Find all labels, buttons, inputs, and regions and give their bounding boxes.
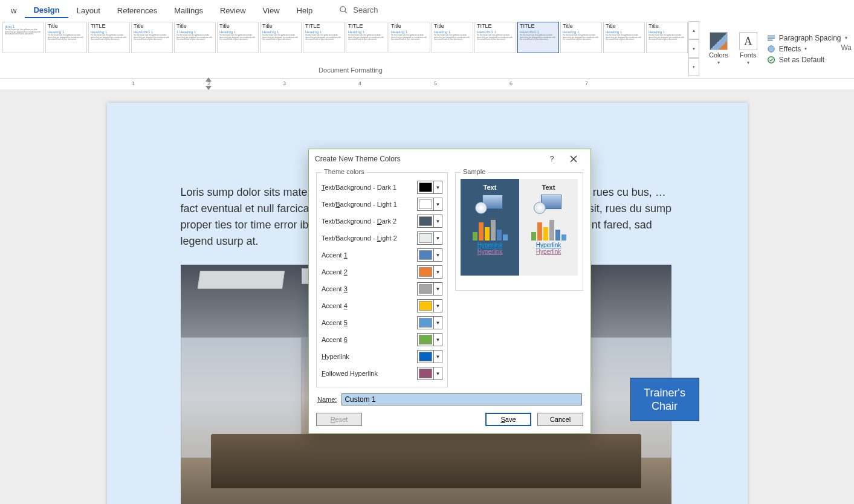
theme-color-picker-7[interactable]: ▼ [417,299,442,312]
theme-color-row-11: Followed Hyperlink▼ [322,365,442,382]
effects-icon [767,45,775,53]
close-icon [570,155,577,163]
tab-help[interactable]: Help [288,2,322,18]
sample-dark: Text [461,179,519,276]
tab-references[interactable]: References [109,2,166,18]
theme-color-picker-3[interactable]: ▼ [417,231,442,245]
theme-color-row-5: Accent 2▼ [322,263,442,280]
style-card-10[interactable]: TitleHeading 1On the Insert tab, the gal… [432,22,473,53]
style-card-4[interactable]: Title1 Heading 1On the Insert tab, the g… [174,22,216,53]
theme-color-label: Text/Background - Light 1 [322,201,417,208]
theme-color-picker-1[interactable]: ▼ [417,198,442,211]
search-placeholder: Search [353,5,378,15]
theme-color-row-7: Accent 4▼ [322,297,442,314]
dialog-title-text: Create New Theme Colors [315,155,401,163]
style-card-13[interactable]: TitleHeading 1On the Insert tab, the gal… [560,22,602,53]
theme-color-row-0: Text/Background - Dark 1▼ [322,179,442,196]
effects-button[interactable]: Effects ▾ [767,45,847,53]
design-options: Paragraph Spacing ▾ Effects ▾ Set as Def… [767,21,847,76]
checkmark-icon [767,56,775,64]
theme-color-row-4: Accent 1▼ [322,247,442,263]
ribbon-design: ding 1On the Insert tab, the galleries i… [0,19,854,79]
theme-color-label: Text/Background - Dark 1 [322,184,417,191]
search-box[interactable]: Search [339,5,378,15]
create-theme-colors-dialog: Create New Theme Colors ? Theme colors T… [308,149,591,434]
theme-color-picker-6[interactable]: ▼ [417,282,442,296]
theme-color-label: Text/Background - Light 2 [322,234,417,242]
style-card-14[interactable]: TitleHeading 1On the Insert tab, the gal… [603,22,645,53]
theme-color-label: Text/Background - Dark 2 [322,218,417,225]
colors-button[interactable]: Colors ▾ [707,21,731,76]
theme-color-label: Accent 4 [322,302,417,309]
tab-view[interactable]: View [254,2,288,18]
ribbon-tabs: w Design Layout References Mailings Revi… [0,0,854,19]
tab-layout[interactable]: Layout [68,2,109,18]
chevron-down-icon: ▾ [747,60,749,65]
tab-review[interactable]: Review [212,2,254,18]
style-card-7[interactable]: TITLEHeading 1On the Insert tab, the gal… [303,22,345,53]
theme-color-row-2: Text/Background - Dark 2▼ [322,213,442,230]
set-default-button[interactable]: Set as Default [767,56,847,64]
theme-color-picker-9[interactable]: ▼ [417,333,442,346]
theme-color-row-3: Text/Background - Light 2▼ [322,230,442,247]
theme-color-label: Accent 3 [322,285,417,292]
sample-group: Sample Text [455,172,583,291]
chevron-down-icon: ▾ [717,60,720,65]
dialog-buttons: Reset Save Cancel [316,413,583,426]
name-input[interactable] [341,393,582,405]
gallery-more-button[interactable]: ▾ [688,58,699,76]
theme-color-picker-5[interactable]: ▼ [417,265,442,279]
tab-design[interactable]: Design [25,2,68,18]
theme-color-row-9: Accent 6▼ [322,331,442,348]
style-card-6[interactable]: TitleHeading 1On the Insert tab, the gal… [260,22,302,53]
chevron-down-icon: ▾ [804,46,807,51]
style-card-12[interactable]: TITLEHEADING 1On the Insert tab, the gal… [517,22,559,53]
theme-color-label: Accent 5 [322,319,417,326]
theme-color-label: Hyperlink [322,353,417,360]
help-button[interactable]: ? [541,150,563,167]
theme-color-label: Followed Hyperlink [322,370,417,377]
reset-button[interactable]: Reset [316,413,362,426]
theme-color-picker-11[interactable]: ▼ [417,367,442,380]
theme-color-picker-8[interactable]: ▼ [417,316,442,329]
svg-rect-3 [768,37,775,39]
sample-light: Text [519,179,578,276]
paragraph-spacing-button[interactable]: Paragraph Spacing ▾ [767,34,847,42]
theme-color-row-8: Accent 5▼ [322,314,442,331]
style-card-2[interactable]: TITLEHeading 1On the Insert tab, the gal… [88,22,130,53]
style-card-5[interactable]: TitleHeading 1On the Insert tab, the gal… [217,22,259,53]
theme-color-picker-2[interactable]: ▼ [417,215,442,228]
svg-point-5 [768,45,775,52]
style-card-9[interactable]: TitleHeading 1On the Insert tab, the gal… [389,22,430,53]
tab-w[interactable]: w [2,2,25,18]
tab-mailings[interactable]: Mailings [166,2,212,18]
style-card-8[interactable]: TITLEHeading 1On the Insert tab, the gal… [346,22,387,53]
theme-color-picker-10[interactable]: ▼ [417,350,442,363]
theme-color-picker-0[interactable]: ▼ [417,181,442,194]
theme-colors-group: Theme colors Text/Background - Dark 1▼Te… [316,172,448,387]
watermark-label-cut: Wa [841,44,852,52]
chevron-down-icon: ▾ [845,35,847,40]
style-card-1[interactable]: TitleHeading 1On the Insert tab, the gal… [45,22,87,53]
theme-color-row-1: Text/Background - Light 1▼ [322,196,442,213]
fonts-button[interactable]: A Fonts ▾ [737,21,760,76]
gallery-up-button[interactable]: ▲ [688,21,699,39]
theme-color-label: Accent 2 [322,268,417,276]
style-card-3[interactable]: TitleHEADING 1On the Insert tab, the gal… [131,22,173,53]
trainers-chair-callout[interactable]: Trainer's Chair [630,378,699,421]
theme-color-picker-4[interactable]: ▼ [417,248,442,262]
style-card-0[interactable]: ding 1On the Insert tab, the galleries i… [2,22,44,53]
style-card-15[interactable]: TitleHeading 1On the Insert tab, the gal… [646,22,688,53]
save-button[interactable]: Save [485,413,531,426]
style-card-11[interactable]: TITLEHEADING 1On the Insert tab, the gal… [474,22,516,53]
close-button[interactable] [563,150,584,167]
cancel-button[interactable]: Cancel [537,413,583,426]
horizontal-ruler[interactable]: 1234567 [0,79,854,89]
svg-line-1 [345,11,347,13]
svg-point-0 [340,6,346,11]
theme-color-label: Accent 6 [322,336,417,343]
gallery-down-button[interactable]: ▼ [688,39,699,57]
style-gallery[interactable]: ding 1On the Insert tab, the galleries i… [2,21,688,56]
theme-color-label: Accent 1 [322,251,417,259]
paragraph-spacing-icon [767,34,775,42]
